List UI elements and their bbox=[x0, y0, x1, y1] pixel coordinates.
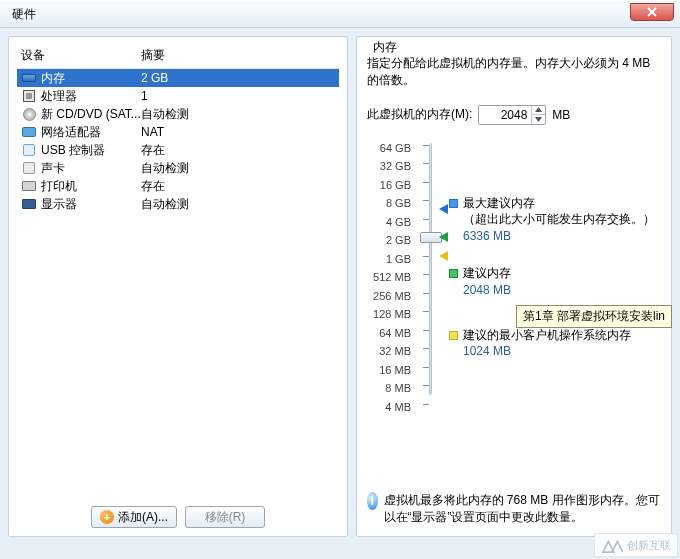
memory-unit: MB bbox=[552, 108, 570, 122]
device-summary: 自动检测 bbox=[141, 196, 335, 213]
net-icon bbox=[21, 124, 37, 140]
device-list[interactable]: 内存2 GB处理器1新 CD/DVD (SAT...自动检测网络适配器NATUS… bbox=[17, 68, 339, 498]
slider-tick-label: 1 GB bbox=[367, 250, 417, 269]
slider-tick-label: 32 MB bbox=[367, 342, 417, 361]
memory-recommendations: 最大建议内存 （超出此大小可能发生内存交换。） 6336 MB 建议内存 204… bbox=[449, 139, 655, 417]
close-icon bbox=[647, 7, 657, 17]
memory-info: i 虚拟机最多将此内存的 768 MB 用作图形内存。您可以在“显示器”设置页面… bbox=[367, 492, 661, 526]
memory-icon bbox=[21, 70, 37, 86]
device-summary: 存在 bbox=[141, 142, 335, 159]
device-list-header: 设备 摘要 bbox=[17, 45, 339, 68]
device-name: 打印机 bbox=[41, 178, 141, 195]
watermark-text: 创新互联 bbox=[627, 538, 671, 553]
device-row[interactable]: 网络适配器NAT bbox=[17, 123, 339, 141]
yellow-arrow-icon bbox=[439, 251, 448, 261]
watermark: 创新互联 bbox=[594, 533, 678, 557]
sound-icon bbox=[21, 160, 37, 176]
device-summary: 自动检测 bbox=[141, 106, 335, 123]
close-button[interactable] bbox=[630, 3, 674, 21]
spin-down-icon[interactable] bbox=[531, 115, 545, 124]
max-rec-value: 6336 MB bbox=[463, 229, 511, 243]
device-name: 显示器 bbox=[41, 196, 141, 213]
rec-marker-icon bbox=[449, 269, 458, 278]
memory-input[interactable] bbox=[479, 106, 531, 124]
add-button-label: 添加(A)... bbox=[118, 509, 168, 526]
device-panel: 设备 摘要 内存2 GB处理器1新 CD/DVD (SAT...自动检测网络适配… bbox=[8, 36, 348, 537]
memory-spinbox[interactable] bbox=[478, 105, 546, 125]
header-device: 设备 bbox=[21, 47, 141, 64]
device-summary: 存在 bbox=[141, 178, 335, 195]
device-buttons: + 添加(A)... 移除(R) bbox=[17, 498, 339, 528]
usb-icon bbox=[21, 142, 37, 158]
device-row[interactable]: 声卡自动检测 bbox=[17, 159, 339, 177]
spin-up-icon[interactable] bbox=[531, 106, 545, 115]
max-rec-note: （超出此大小可能发生内存交换。） bbox=[463, 212, 655, 226]
device-name: 内存 bbox=[41, 70, 141, 87]
add-icon: + bbox=[100, 510, 114, 524]
device-row[interactable]: 内存2 GB bbox=[17, 69, 339, 87]
green-arrow-icon bbox=[439, 232, 448, 242]
memory-group-title: 内存 bbox=[369, 39, 401, 56]
max-rec-marker-icon bbox=[449, 199, 458, 208]
device-summary: 自动检测 bbox=[141, 160, 335, 177]
slider-tick-label: 2 GB bbox=[367, 231, 417, 250]
slider-tick-label: 8 MB bbox=[367, 379, 417, 398]
device-name: 新 CD/DVD (SAT... bbox=[41, 106, 141, 123]
slider-tick-label: 4 MB bbox=[367, 398, 417, 417]
display-icon bbox=[21, 196, 37, 212]
memory-slider[interactable] bbox=[417, 139, 443, 399]
cpu-icon bbox=[21, 88, 37, 104]
memory-input-row: 此虚拟机的内存(M): MB bbox=[367, 105, 661, 125]
titlebar: 硬件 bbox=[0, 0, 680, 28]
slider-tick-label: 8 GB bbox=[367, 194, 417, 213]
device-name: 声卡 bbox=[41, 160, 141, 177]
device-name: 处理器 bbox=[41, 88, 141, 105]
memory-description: 指定分配给此虚拟机的内存量。内存大小必须为 4 MB 的倍数。 bbox=[367, 55, 661, 89]
max-rec-title: 最大建议内存 bbox=[463, 196, 535, 210]
memory-slider-area: 64 GB32 GB16 GB8 GB4 GB2 GB1 GB512 MB256… bbox=[367, 139, 661, 417]
remove-button-label: 移除(R) bbox=[205, 509, 246, 526]
slider-tick-label: 512 MB bbox=[367, 268, 417, 287]
memory-spin-buttons[interactable] bbox=[531, 106, 545, 124]
memory-slider-labels: 64 GB32 GB16 GB8 GB4 GB2 GB1 GB512 MB256… bbox=[367, 139, 417, 417]
slider-tick-label: 64 MB bbox=[367, 324, 417, 343]
device-summary: NAT bbox=[141, 125, 335, 139]
min-rec-marker-icon bbox=[449, 331, 458, 340]
slider-tick-label: 16 GB bbox=[367, 176, 417, 195]
slider-tick-label: 4 GB bbox=[367, 213, 417, 232]
device-row[interactable]: 打印机存在 bbox=[17, 177, 339, 195]
min-rec-title: 建议的最小客户机操作系统内存 bbox=[463, 328, 631, 342]
slider-tick-label: 256 MB bbox=[367, 287, 417, 306]
rec-title: 建议内存 bbox=[463, 266, 511, 280]
slider-tick-label: 32 GB bbox=[367, 157, 417, 176]
tooltip: 第1章 部署虚拟环境安装lin bbox=[516, 305, 672, 328]
device-name: USB 控制器 bbox=[41, 142, 141, 159]
header-summary: 摘要 bbox=[141, 47, 165, 64]
slider-tick-label: 16 MB bbox=[367, 361, 417, 380]
memory-input-label: 此虚拟机的内存(M): bbox=[367, 106, 472, 123]
device-name: 网络适配器 bbox=[41, 124, 141, 141]
window-title: 硬件 bbox=[12, 6, 36, 23]
slider-tick-label: 128 MB bbox=[367, 305, 417, 324]
slider-tick-label: 64 GB bbox=[367, 139, 417, 158]
device-row[interactable]: 显示器自动检测 bbox=[17, 195, 339, 213]
min-rec-value: 1024 MB bbox=[463, 344, 511, 358]
watermark-icon bbox=[601, 536, 623, 554]
printer-icon bbox=[21, 178, 37, 194]
add-button[interactable]: + 添加(A)... bbox=[91, 506, 177, 528]
info-icon: i bbox=[367, 492, 378, 510]
remove-button[interactable]: 移除(R) bbox=[185, 506, 265, 528]
device-summary: 1 bbox=[141, 89, 335, 103]
memory-panel: 内存 指定分配给此虚拟机的内存量。内存大小必须为 4 MB 的倍数。 此虚拟机的… bbox=[356, 36, 672, 537]
cd-icon bbox=[21, 106, 37, 122]
device-row[interactable]: 处理器1 bbox=[17, 87, 339, 105]
rec-value: 2048 MB bbox=[463, 283, 511, 297]
device-summary: 2 GB bbox=[141, 71, 335, 85]
memory-info-text: 虚拟机最多将此内存的 768 MB 用作图形内存。您可以在“显示器”设置页面中更… bbox=[384, 492, 662, 526]
content: 设备 摘要 内存2 GB处理器1新 CD/DVD (SAT...自动检测网络适配… bbox=[0, 28, 680, 543]
device-row[interactable]: 新 CD/DVD (SAT...自动检测 bbox=[17, 105, 339, 123]
device-row[interactable]: USB 控制器存在 bbox=[17, 141, 339, 159]
blue-arrow-icon bbox=[439, 204, 448, 214]
